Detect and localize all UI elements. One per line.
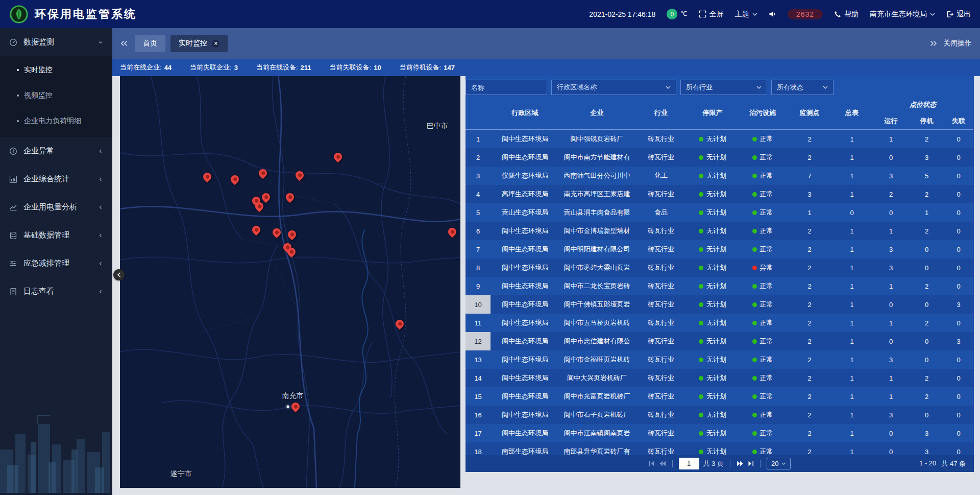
tabs-scroll-right-icon[interactable] (930, 40, 937, 46)
announcement-icon[interactable] (769, 11, 776, 17)
last-page-button[interactable] (748, 461, 754, 466)
table-row[interactable]: 11阆中生态环境局阆中市五马桥页岩机砖砖瓦行业无计划正常21120 (465, 314, 973, 332)
table-row[interactable]: 1阆中生态环境局阆中强锐页岩砖厂砖瓦行业无计划正常21120 (465, 130, 973, 149)
map-pin[interactable] (287, 230, 297, 243)
table-row[interactable]: 7阆中生态环境局阆中明阳建材有限公司砖瓦行业无计划正常21300 (465, 240, 973, 258)
sidebar-item-video-monitoring[interactable]: 视频监控 (0, 83, 112, 108)
status-dot-icon (752, 155, 757, 160)
cell-industry: 砖瓦行业 (634, 277, 688, 295)
sidebar-item-enterprise-power-load-detail[interactable]: 企业电力负荷明细 (0, 108, 112, 134)
map-pin[interactable] (272, 228, 281, 241)
cell-index: 4 (465, 185, 491, 203)
chevron-down-icon (98, 40, 103, 45)
name-filter-input[interactable] (465, 80, 547, 95)
table-row[interactable]: 3仪陇生态环境局西南油气田分公司川中化工无计划正常71350 (465, 167, 973, 185)
cell-lost: 0 (944, 442, 973, 455)
cell-production-limit: 无计划 (688, 406, 738, 424)
table-row[interactable]: 9阆中生态环境局阆中市二龙长宝页岩砖砖瓦行业无计划正常21120 (465, 277, 973, 295)
column-group-header: 点位状态 (872, 97, 973, 113)
page-size-select[interactable]: 20 (767, 458, 791, 469)
pagination-range: 1 - 20 共 47 条 (919, 459, 966, 468)
temperature-unit: ℃ (680, 9, 687, 17)
cell-stopped: 1 (910, 203, 944, 222)
status-dot-icon (699, 339, 703, 344)
map-pin[interactable] (230, 175, 239, 187)
page-number-input[interactable] (679, 458, 699, 469)
logout-button[interactable]: 退出 (946, 10, 971, 19)
map-pin[interactable] (258, 169, 267, 181)
table-row[interactable]: 16阆中生态环境局阆中市石子页岩机砖厂砖瓦行业无计划正常21300 (465, 406, 973, 424)
cell-lost: 0 (944, 277, 973, 295)
map-pin[interactable] (261, 193, 271, 205)
sidebar-section-emergency-reduction[interactable]: 应急减排管理 (0, 249, 112, 277)
table-row[interactable]: 12阆中生态环境局阆中市忠信建材有限公砖瓦行业无计划正常21003 (465, 332, 973, 350)
region-filter-select[interactable]: 行政区域名称 (551, 80, 676, 95)
industry-filter-select[interactable]: 所有行业 (680, 80, 767, 95)
status-dot-icon (752, 358, 757, 362)
tab-home[interactable]: 首页 (135, 35, 165, 52)
table-row[interactable]: 6阆中生态环境局阆中市金博瑞新型墙材砖瓦行业无计划正常21120 (465, 222, 973, 240)
first-page-button[interactable] (649, 461, 655, 466)
map-pin[interactable] (287, 247, 296, 260)
theme-dropdown[interactable]: 主题 (735, 10, 757, 19)
org-dropdown[interactable]: 南充市生态环境局 (870, 10, 935, 19)
cell-pollution-facility: 正常 (738, 185, 788, 203)
cell-company: 阆中市金博瑞新型墙材 (559, 222, 634, 240)
datetime-display: 2021-02-25 17:46:18 (589, 10, 655, 18)
sidebar-section-data-monitoring[interactable]: 数据监测 (0, 28, 112, 56)
column-subheader: 运行 (872, 113, 910, 130)
table-row[interactable]: 15阆中生态环境局阆中市光富页岩机砖厂砖瓦行业无计划正常21120 (465, 387, 973, 406)
cell-region: 阆中生态环境局 (491, 222, 559, 240)
tabs-scroll-left-icon[interactable] (120, 40, 128, 46)
cell-index: 11 (465, 314, 491, 332)
help-button[interactable]: 帮助 (834, 10, 859, 19)
close-icon[interactable] (212, 40, 219, 48)
cell-production-limit: 无计划 (688, 277, 738, 295)
map-pin[interactable] (295, 171, 304, 183)
alarm-count-badge[interactable]: 2632 (788, 9, 823, 19)
cell-industry: 化工 (634, 167, 688, 185)
map-pin[interactable] (333, 152, 342, 165)
table-row[interactable]: 2阆中生态环境局阆中市南方节能建材有砖瓦行业无计划正常21030 (465, 148, 973, 167)
sidebar-section-enterprise-power-analysis[interactable]: 企业用电量分析 (0, 193, 112, 221)
table-row[interactable]: 4高坪生态环境局南充市高坪区王家店建砖瓦行业无计划正常31220 (465, 185, 973, 203)
table-row[interactable]: 17阆中生态环境局阆中市江南镇阆南页岩砖瓦行业无计划正常21030 (465, 424, 973, 442)
sidebar-section-enterprise-abnormal[interactable]: 企业异常 (0, 137, 112, 165)
table-panel: 行政区域名称 所有行业 所有状态 (465, 76, 974, 472)
sidebar-section-basic-data-management[interactable]: 基础数据管理 (0, 221, 112, 249)
tab-realtime-monitoring[interactable]: 实时监控 (170, 35, 228, 52)
map-pin[interactable] (291, 402, 300, 415)
map-pin[interactable] (395, 319, 404, 332)
map-pin[interactable] (203, 172, 212, 185)
sidebar-section-log-view[interactable]: 日志查看 (0, 277, 112, 305)
map-pin[interactable] (285, 193, 295, 205)
map-pin[interactable] (252, 225, 261, 238)
table-row[interactable]: 5营山生态环境局营山县润丰肉食品有限食品无计划正常10010 (465, 203, 973, 222)
map-panel[interactable]: 巴中市南充市遂宁市 (120, 76, 460, 488)
table-row[interactable]: 8阆中生态环境局阆中市枣碧大梁山页岩砖瓦行业无计划异常21300 (465, 258, 973, 277)
map-pin[interactable] (448, 227, 457, 240)
sidebar-collapse-button[interactable] (113, 269, 125, 280)
table-row[interactable]: 14阆中生态环境局阆中大兴页岩机砖厂砖瓦行业无计划正常21120 (465, 369, 973, 387)
cell-production-limit: 无计划 (688, 258, 738, 277)
sidebar-item-realtime-monitoring[interactable]: 实时监控 (0, 57, 112, 83)
cell-total-meters: 1 (831, 148, 872, 167)
cell-total-meters: 1 (831, 167, 872, 185)
close-operations-button[interactable]: 关闭操作 (943, 39, 972, 48)
next-page-button[interactable] (737, 461, 744, 466)
app-root: 环保用电监管系统 2021-02-25 17:46:18 0 ℃ 全屏 主题 2… (0, 0, 980, 495)
map-pin-icon (257, 167, 269, 179)
cell-industry: 砖瓦行业 (634, 350, 688, 369)
prev-page-button[interactable] (659, 461, 666, 466)
fullscreen-button[interactable]: 全屏 (699, 10, 724, 19)
cell-total-meters: 1 (831, 222, 872, 240)
table-row[interactable]: 10阆中生态环境局阆中千佛镇五郎垭页岩砖瓦行业无计划正常21003 (465, 295, 973, 314)
sidebar-section-enterprise-statistics[interactable]: 企业综合统计 (0, 165, 112, 193)
status-filter-select[interactable]: 所有状态 (771, 80, 834, 95)
cell-running: 3 (872, 406, 910, 424)
table-row[interactable]: 18南部生态环境局南部县升华页岩砖厂有砖瓦行业无计划正常21030 (465, 442, 973, 455)
table-row[interactable]: 13阆中生态环境局阆中市金福旺页岩机砖砖瓦行业无计划正常21300 (465, 350, 973, 369)
cell-running: 0 (872, 442, 910, 455)
cell-running: 2 (872, 185, 910, 203)
map-pin-icon (294, 170, 306, 181)
